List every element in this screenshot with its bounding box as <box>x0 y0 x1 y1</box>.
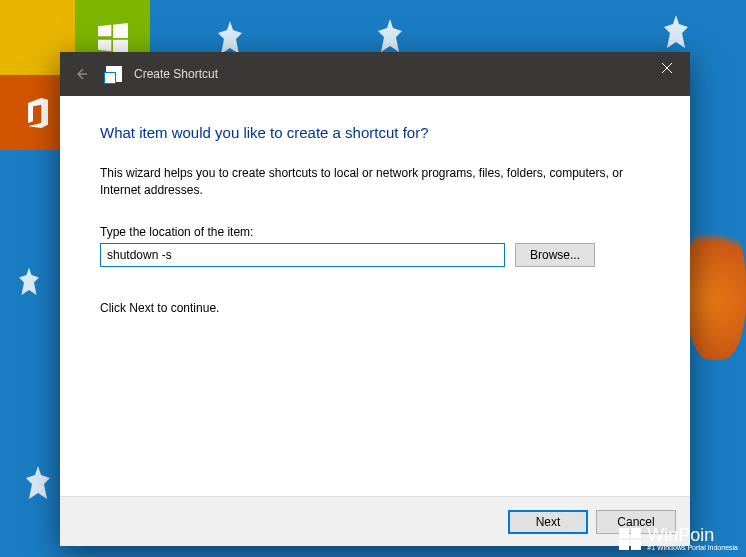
location-input[interactable] <box>100 243 505 267</box>
browse-button[interactable]: Browse... <box>515 243 595 267</box>
watermark-logo-icon <box>619 528 641 550</box>
unicorn-decoration <box>4 260 54 310</box>
titlebar[interactable]: Create Shortcut <box>60 52 690 96</box>
location-label: Type the location of the item: <box>100 225 650 239</box>
shortcut-icon <box>106 66 122 82</box>
back-button <box>68 60 96 88</box>
wizard-heading: What item would you like to create a sho… <box>100 124 650 141</box>
dialog-footer: Next Cancel <box>60 496 690 546</box>
input-row: Browse... <box>100 243 650 267</box>
wizard-description: This wizard helps you to create shortcut… <box>100 165 650 199</box>
next-button[interactable]: Next <box>508 510 588 534</box>
close-icon <box>661 62 673 74</box>
watermark-title: WinPoin <box>647 526 738 544</box>
fire-decoration <box>686 210 746 360</box>
unicorn-decoration <box>8 457 68 517</box>
dialog-content: What item would you like to create a sho… <box>60 96 690 496</box>
back-arrow-icon <box>74 66 90 82</box>
create-shortcut-dialog: Create Shortcut What item would you like… <box>60 52 690 546</box>
office-icon <box>18 93 58 133</box>
close-button[interactable] <box>644 52 690 84</box>
continue-text: Click Next to continue. <box>100 301 650 315</box>
window-title: Create Shortcut <box>134 67 218 81</box>
watermark-subtitle: #1 Windows Portal Indonesia <box>647 544 738 551</box>
watermark: WinPoin #1 Windows Portal Indonesia <box>619 526 738 551</box>
watermark-text: WinPoin #1 Windows Portal Indonesia <box>647 526 738 551</box>
